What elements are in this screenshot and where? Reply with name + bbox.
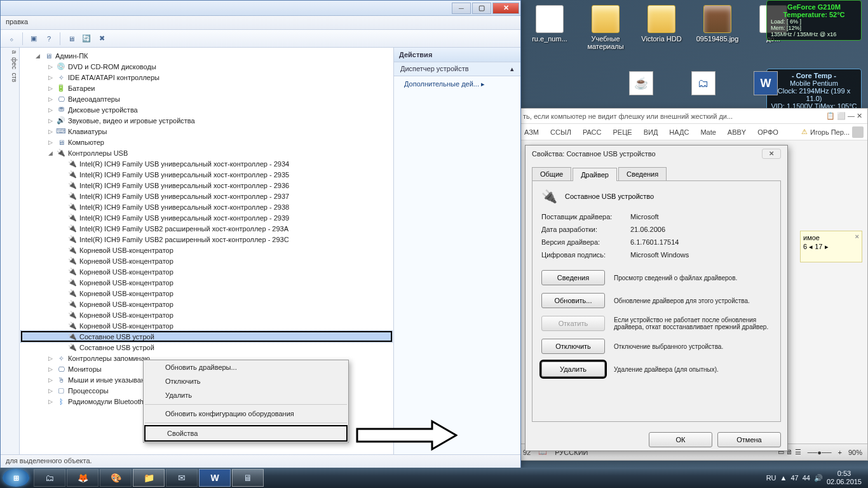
tree-item[interactable]: 🔌Intel(R) ICH9 Family USB универсальный … xyxy=(21,201,392,212)
ctx-refresh-config[interactable]: Обновить конфигурацию оборудования xyxy=(144,407,348,421)
usb-icon: 🔌 xyxy=(67,245,78,255)
word-icon[interactable]: W xyxy=(754,71,778,95)
tab-driver[interactable]: Драйвер xyxy=(573,168,617,181)
view-icon[interactable]: ▣ xyxy=(27,32,41,46)
desktop-icon[interactable]: ru.e_num... xyxy=(527,5,572,50)
tree-item[interactable]: 🔌Intel(R) ICH9 Family USB универсальный … xyxy=(21,158,392,169)
update-button[interactable]: Обновить... xyxy=(541,293,605,308)
actions-item[interactable]: Дополнительные дей... ▸ xyxy=(394,76,520,92)
task-paint[interactable]: 🎨 xyxy=(100,469,132,487)
desktop-icon[interactable]: Victoria HDD xyxy=(639,5,684,50)
tree-item[interactable]: 🔌Intel(R) ICH9 Family USB универсальный … xyxy=(21,180,392,191)
task-thunderbird[interactable]: ✉ xyxy=(166,469,198,487)
tree-item[interactable]: 🔌Intel(R) ICH9 Family USB универсальный … xyxy=(21,212,392,223)
avatar[interactable] xyxy=(852,126,864,138)
folder-icon[interactable]: 🗂 xyxy=(691,71,715,95)
tree-item[interactable]: 🔌Intel(R) ICH9 Family USB2 расширенный х… xyxy=(21,223,392,234)
computer-icon: 🖥 xyxy=(43,51,53,61)
left-nav-strip: а фес ств xyxy=(1,48,20,454)
chevron-up-icon: ▴ xyxy=(510,65,514,73)
tree-item[interactable]: ▷⛃Дисковые устройства xyxy=(21,104,392,115)
cancel-button[interactable]: Отмена xyxy=(717,432,781,447)
window-titlebar[interactable]: ─ ▢ ✕ xyxy=(1,1,520,16)
tree-item[interactable]: 🔌Intel(R) ICH9 Family USB универсальный … xyxy=(21,169,392,180)
usb-icon: 🔌 xyxy=(67,202,78,212)
disable-button[interactable]: Отключить xyxy=(541,339,605,354)
tree-item[interactable]: ▷💿DVD и CD-ROM дисководы xyxy=(21,61,392,72)
tree-item[interactable]: ▷🖵Видеоадаптеры xyxy=(21,93,392,104)
usb-icon: 🔌 xyxy=(67,234,78,245)
remove-icon[interactable]: ✖ xyxy=(95,32,109,46)
actions-group[interactable]: Диспетчер устройств▴ xyxy=(394,62,520,76)
driver-info-grid: Поставщик драйвера:Microsoft Дата разраб… xyxy=(541,213,771,259)
tree-item[interactable]: 🔌Корневой USB-концентратор xyxy=(21,255,392,266)
usb-icon: 🔌 xyxy=(67,267,78,277)
desktop-icon[interactable]: 09519485.jpg xyxy=(695,5,740,50)
taskbar[interactable]: ⊞ 🗂 🦊 🎨 📁 ✉ W 🖥 RU ▲ 4744 🔊 0:5302.06.20… xyxy=(0,468,868,488)
clock[interactable]: 0:5302.06.2015 xyxy=(827,470,862,486)
ctx-update-drivers[interactable]: Обновить драйверы... xyxy=(144,360,348,374)
dialog-titlebar[interactable]: Свойства: Составное USB устройство✕ xyxy=(526,146,787,162)
tree-item[interactable]: 🔌Составное USB устрой xyxy=(21,331,392,342)
ctx-properties[interactable]: Свойства xyxy=(144,425,348,442)
tab-strip[interactable]: Общие Драйвер Сведения xyxy=(526,162,787,180)
usb-icon: 🔌 xyxy=(67,213,78,223)
context-menu[interactable]: Обновить драйверы... Отключить Удалить О… xyxy=(143,360,349,443)
tree-item[interactable]: ▷🔊Звуковые, видео и игровые устройства xyxy=(21,115,392,126)
refresh-icon[interactable]: 🔄 xyxy=(79,32,93,46)
tree-item[interactable]: ▷🖥Компьютер xyxy=(21,137,392,147)
menu-bar[interactable]: правка xyxy=(1,16,520,30)
system-tray[interactable]: RU ▲ 4744 🔊 0:5302.06.2015 xyxy=(766,470,865,486)
task-firefox[interactable]: 🦊 xyxy=(67,469,98,487)
secondary-desktop-icons: ☕ 🗂 W xyxy=(629,71,778,95)
minimize-button[interactable]: ─ xyxy=(452,3,471,14)
back-icon[interactable]: ⬦ xyxy=(4,32,18,46)
java-icon[interactable]: ☕ xyxy=(629,71,653,95)
tree-item[interactable]: 🔌Корневой USB-концентратор xyxy=(21,309,392,320)
scan-icon[interactable]: 🖥 xyxy=(64,32,78,46)
delete-button[interactable]: Удалить xyxy=(541,362,605,377)
tree-item[interactable]: 🔌Корневой USB-концентратор xyxy=(21,320,392,331)
tab-details[interactable]: Сведения xyxy=(618,167,667,180)
tree-item[interactable]: ▷⌨Клавиатуры xyxy=(21,126,392,137)
maximize-button[interactable]: ▢ xyxy=(472,3,491,14)
tree-item[interactable]: ▷🔋Батареи xyxy=(21,83,392,93)
properties-dialog[interactable]: Свойства: Составное USB устройство✕ Общи… xyxy=(525,145,788,451)
word-ribbon[interactable]: АЗМССЫЛРАССРЕЦЕВИДНАДСMateABBYОРФО ⚠Игор… xyxy=(518,124,867,140)
ctx-delete[interactable]: Удалить xyxy=(144,388,348,402)
task-explorer[interactable]: 🗂 xyxy=(34,469,65,487)
tree-item[interactable]: 🔌Intel(R) ICH9 Family USB универсальный … xyxy=(21,191,392,201)
tree-item[interactable]: 🔌Составное USB устрой xyxy=(21,342,392,353)
tree-root[interactable]: ◢🖥Админ-ПК xyxy=(21,50,392,61)
tree-item[interactable]: 🔌Корневой USB-концентратор xyxy=(21,299,392,309)
close-button[interactable]: ✕ xyxy=(492,3,519,14)
tree-item[interactable]: 🔌Корневой USB-концентратор xyxy=(21,245,392,255)
word-titlebar: ть, если компьютер не видит флешку или в… xyxy=(518,109,867,124)
desktop-icon[interactable]: Учебные материалы xyxy=(583,5,628,50)
tree-item[interactable]: 🔌Intel(R) ICH9 Family USB2 расширенный х… xyxy=(21,234,392,245)
ctx-disable[interactable]: Отключить xyxy=(144,374,348,388)
annotation-arrow xyxy=(356,419,458,452)
help-icon[interactable]: ? xyxy=(42,32,56,46)
tree-item[interactable]: 🔌Корневой USB-концентратор xyxy=(21,277,392,288)
tree-item[interactable]: ▷⟡IDE ATA/ATAPI контроллеры xyxy=(21,72,392,83)
toolbar[interactable]: ⬦ ▣ ? 🖥 🔄 ✖ xyxy=(1,30,520,48)
usb-icon: 🔌 xyxy=(67,278,78,288)
lang-indicator[interactable]: RU xyxy=(766,474,776,482)
task-devmgr[interactable]: 🖥 xyxy=(232,469,264,487)
tree-item[interactable]: 🔌Корневой USB-концентратор xyxy=(21,288,392,299)
tree-item-usb[interactable]: ◢🔌Контроллеры USB xyxy=(21,147,392,158)
tree-item[interactable]: 🔌Корневой USB-концентратор xyxy=(21,266,392,277)
usb-icon: 🔌 xyxy=(67,159,78,169)
tab-general[interactable]: Общие xyxy=(532,167,571,180)
device-name: Составное USB устройство xyxy=(565,193,654,200)
details-button[interactable]: Сведения xyxy=(541,270,605,285)
usb-icon: 🔌 xyxy=(67,224,78,234)
close-icon[interactable]: ✕ xyxy=(762,149,781,159)
core-temp-widget: - Core Temp - Mobile Pentium Clock: 2194… xyxy=(766,69,862,113)
start-button[interactable]: ⊞ xyxy=(3,469,29,487)
ok-button[interactable]: ОК xyxy=(649,432,712,447)
close-icon[interactable]: × xyxy=(855,233,859,240)
task-word[interactable]: W xyxy=(199,469,231,487)
task-folder[interactable]: 📁 xyxy=(133,469,165,487)
